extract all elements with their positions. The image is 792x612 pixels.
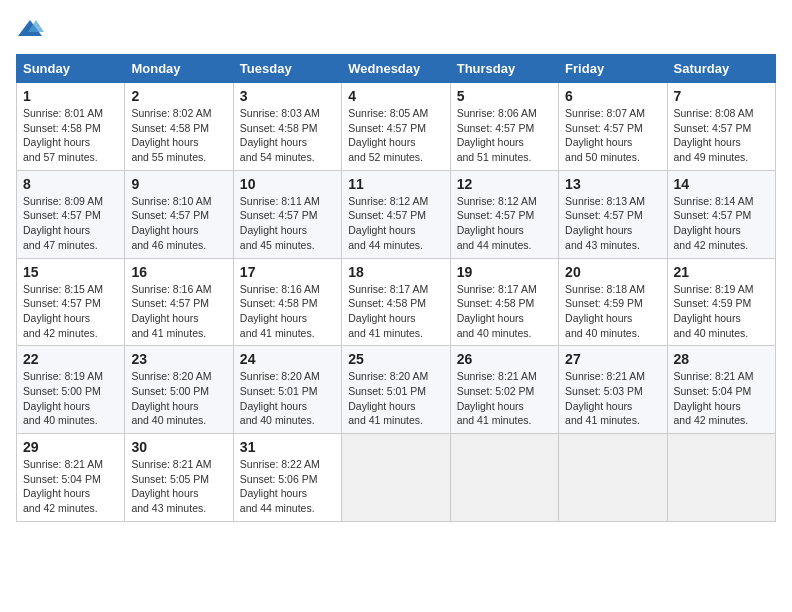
day-number: 10	[240, 176, 335, 192]
day-info: Sunrise: 8:13 AMSunset: 4:57 PMDaylight …	[565, 194, 660, 253]
day-number: 9	[131, 176, 226, 192]
day-header-saturday: Saturday	[667, 55, 775, 83]
calendar-cell: 10Sunrise: 8:11 AMSunset: 4:57 PMDayligh…	[233, 170, 341, 258]
calendar-cell: 7Sunrise: 8:08 AMSunset: 4:57 PMDaylight…	[667, 83, 775, 171]
calendar-cell: 24Sunrise: 8:20 AMSunset: 5:01 PMDayligh…	[233, 346, 341, 434]
day-info: Sunrise: 8:22 AMSunset: 5:06 PMDaylight …	[240, 457, 335, 516]
calendar-cell: 5Sunrise: 8:06 AMSunset: 4:57 PMDaylight…	[450, 83, 558, 171]
day-info: Sunrise: 8:05 AMSunset: 4:57 PMDaylight …	[348, 106, 443, 165]
day-number: 16	[131, 264, 226, 280]
calendar-cell: 20Sunrise: 8:18 AMSunset: 4:59 PMDayligh…	[559, 258, 667, 346]
day-info: Sunrise: 8:16 AMSunset: 4:57 PMDaylight …	[131, 282, 226, 341]
day-number: 28	[674, 351, 769, 367]
day-number: 6	[565, 88, 660, 104]
calendar-cell: 3Sunrise: 8:03 AMSunset: 4:58 PMDaylight…	[233, 83, 341, 171]
day-number: 3	[240, 88, 335, 104]
calendar-cell	[559, 434, 667, 522]
calendar-cell: 21Sunrise: 8:19 AMSunset: 4:59 PMDayligh…	[667, 258, 775, 346]
day-number: 13	[565, 176, 660, 192]
calendar-cell: 1Sunrise: 8:01 AMSunset: 4:58 PMDaylight…	[17, 83, 125, 171]
day-number: 19	[457, 264, 552, 280]
day-number: 23	[131, 351, 226, 367]
calendar-week-5: 22Sunrise: 8:19 AMSunset: 5:00 PMDayligh…	[17, 346, 776, 434]
day-info: Sunrise: 8:20 AMSunset: 5:01 PMDaylight …	[240, 369, 335, 428]
day-number: 8	[23, 176, 118, 192]
day-number: 4	[348, 88, 443, 104]
calendar-cell: 9Sunrise: 8:10 AMSunset: 4:57 PMDaylight…	[125, 170, 233, 258]
day-info: Sunrise: 8:19 AMSunset: 4:59 PMDaylight …	[674, 282, 769, 341]
calendar-cell: 30Sunrise: 8:21 AMSunset: 5:05 PMDayligh…	[125, 434, 233, 522]
day-info: Sunrise: 8:17 AMSunset: 4:58 PMDaylight …	[457, 282, 552, 341]
calendar-cell: 13Sunrise: 8:13 AMSunset: 4:57 PMDayligh…	[559, 170, 667, 258]
day-info: Sunrise: 8:10 AMSunset: 4:57 PMDaylight …	[131, 194, 226, 253]
calendar-cell: 8Sunrise: 8:09 AMSunset: 4:57 PMDaylight…	[17, 170, 125, 258]
day-info: Sunrise: 8:06 AMSunset: 4:57 PMDaylight …	[457, 106, 552, 165]
day-info: Sunrise: 8:09 AMSunset: 4:57 PMDaylight …	[23, 194, 118, 253]
calendar-cell	[667, 434, 775, 522]
day-info: Sunrise: 8:07 AMSunset: 4:57 PMDaylight …	[565, 106, 660, 165]
day-info: Sunrise: 8:01 AMSunset: 4:58 PMDaylight …	[23, 106, 118, 165]
day-number: 21	[674, 264, 769, 280]
day-number: 22	[23, 351, 118, 367]
day-info: Sunrise: 8:18 AMSunset: 4:59 PMDaylight …	[565, 282, 660, 341]
calendar-cell: 31Sunrise: 8:22 AMSunset: 5:06 PMDayligh…	[233, 434, 341, 522]
calendar-cell	[450, 434, 558, 522]
calendar-week-3: 8Sunrise: 8:09 AMSunset: 4:57 PMDaylight…	[17, 170, 776, 258]
day-info: Sunrise: 8:12 AMSunset: 4:57 PMDaylight …	[348, 194, 443, 253]
day-info: Sunrise: 8:21 AMSunset: 5:03 PMDaylight …	[565, 369, 660, 428]
calendar-header-row: SundayMondayTuesdayWednesdayThursdayFrid…	[17, 55, 776, 83]
calendar-cell: 15Sunrise: 8:15 AMSunset: 4:57 PMDayligh…	[17, 258, 125, 346]
day-number: 15	[23, 264, 118, 280]
day-number: 24	[240, 351, 335, 367]
calendar-cell: 14Sunrise: 8:14 AMSunset: 4:57 PMDayligh…	[667, 170, 775, 258]
day-number: 27	[565, 351, 660, 367]
day-info: Sunrise: 8:20 AMSunset: 5:01 PMDaylight …	[348, 369, 443, 428]
day-number: 26	[457, 351, 552, 367]
day-info: Sunrise: 8:21 AMSunset: 5:02 PMDaylight …	[457, 369, 552, 428]
calendar-cell: 27Sunrise: 8:21 AMSunset: 5:03 PMDayligh…	[559, 346, 667, 434]
day-info: Sunrise: 8:17 AMSunset: 4:58 PMDaylight …	[348, 282, 443, 341]
day-number: 12	[457, 176, 552, 192]
calendar-cell: 11Sunrise: 8:12 AMSunset: 4:57 PMDayligh…	[342, 170, 450, 258]
day-info: Sunrise: 8:21 AMSunset: 5:04 PMDaylight …	[674, 369, 769, 428]
calendar-cell: 4Sunrise: 8:05 AMSunset: 4:57 PMDaylight…	[342, 83, 450, 171]
calendar-week-4: 15Sunrise: 8:15 AMSunset: 4:57 PMDayligh…	[17, 258, 776, 346]
calendar-cell: 29Sunrise: 8:21 AMSunset: 5:04 PMDayligh…	[17, 434, 125, 522]
day-number: 17	[240, 264, 335, 280]
day-header-thursday: Thursday	[450, 55, 558, 83]
day-number: 29	[23, 439, 118, 455]
day-info: Sunrise: 8:08 AMSunset: 4:57 PMDaylight …	[674, 106, 769, 165]
day-info: Sunrise: 8:02 AMSunset: 4:58 PMDaylight …	[131, 106, 226, 165]
day-header-wednesday: Wednesday	[342, 55, 450, 83]
calendar-week-6: 29Sunrise: 8:21 AMSunset: 5:04 PMDayligh…	[17, 434, 776, 522]
calendar-cell: 16Sunrise: 8:16 AMSunset: 4:57 PMDayligh…	[125, 258, 233, 346]
logo-icon	[16, 16, 44, 44]
calendar-cell: 23Sunrise: 8:20 AMSunset: 5:00 PMDayligh…	[125, 346, 233, 434]
calendar-table: SundayMondayTuesdayWednesdayThursdayFrid…	[16, 54, 776, 522]
calendar-cell: 28Sunrise: 8:21 AMSunset: 5:04 PMDayligh…	[667, 346, 775, 434]
day-number: 2	[131, 88, 226, 104]
day-info: Sunrise: 8:03 AMSunset: 4:58 PMDaylight …	[240, 106, 335, 165]
day-number: 25	[348, 351, 443, 367]
day-info: Sunrise: 8:21 AMSunset: 5:04 PMDaylight …	[23, 457, 118, 516]
day-number: 18	[348, 264, 443, 280]
day-header-sunday: Sunday	[17, 55, 125, 83]
calendar-cell: 18Sunrise: 8:17 AMSunset: 4:58 PMDayligh…	[342, 258, 450, 346]
day-info: Sunrise: 8:12 AMSunset: 4:57 PMDaylight …	[457, 194, 552, 253]
day-header-friday: Friday	[559, 55, 667, 83]
calendar-cell: 25Sunrise: 8:20 AMSunset: 5:01 PMDayligh…	[342, 346, 450, 434]
calendar-week-2: 1Sunrise: 8:01 AMSunset: 4:58 PMDaylight…	[17, 83, 776, 171]
day-info: Sunrise: 8:15 AMSunset: 4:57 PMDaylight …	[23, 282, 118, 341]
day-header-tuesday: Tuesday	[233, 55, 341, 83]
day-number: 14	[674, 176, 769, 192]
day-number: 1	[23, 88, 118, 104]
day-header-monday: Monday	[125, 55, 233, 83]
day-number: 20	[565, 264, 660, 280]
day-number: 7	[674, 88, 769, 104]
day-number: 5	[457, 88, 552, 104]
day-number: 31	[240, 439, 335, 455]
page-header	[16, 16, 776, 44]
day-number: 11	[348, 176, 443, 192]
calendar-cell: 26Sunrise: 8:21 AMSunset: 5:02 PMDayligh…	[450, 346, 558, 434]
day-number: 30	[131, 439, 226, 455]
